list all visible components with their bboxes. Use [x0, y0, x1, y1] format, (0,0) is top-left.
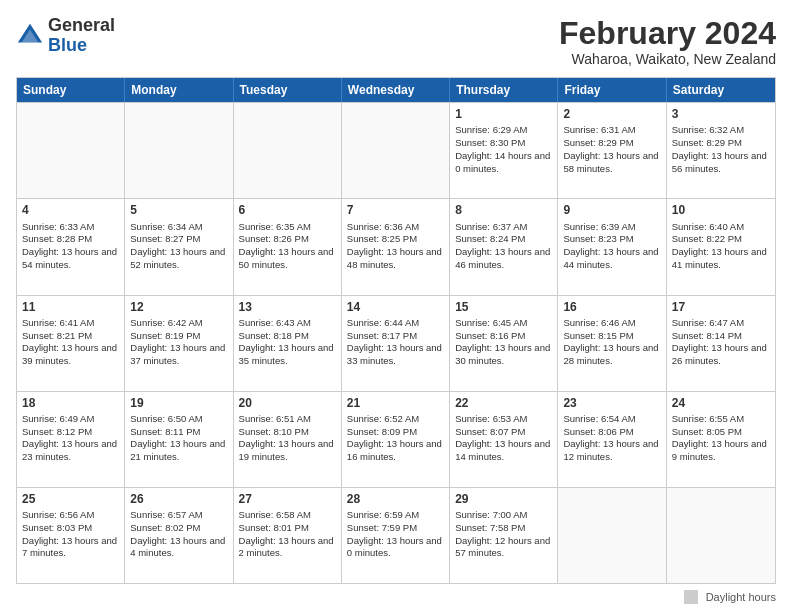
sunrise-text: Sunrise: 6:34 AM — [130, 221, 227, 234]
sunset-text: Sunset: 8:06 PM — [563, 426, 660, 439]
calendar-row: 1Sunrise: 6:29 AMSunset: 8:30 PMDaylight… — [17, 102, 775, 198]
calendar-cell — [667, 488, 775, 583]
daylight-text: Daylight: 13 hours and 52 minutes. — [130, 246, 227, 272]
calendar-cell — [17, 103, 125, 198]
day-number: 10 — [672, 202, 770, 218]
calendar-cell — [125, 103, 233, 198]
sunrise-text: Sunrise: 6:47 AM — [672, 317, 770, 330]
sunrise-text: Sunrise: 6:42 AM — [130, 317, 227, 330]
calendar-cell: 6Sunrise: 6:35 AMSunset: 8:26 PMDaylight… — [234, 199, 342, 294]
calendar-header-day: Tuesday — [234, 78, 342, 102]
daylight-text: Daylight: 13 hours and 46 minutes. — [455, 246, 552, 272]
sunrise-text: Sunrise: 6:45 AM — [455, 317, 552, 330]
daylight-text: Daylight: 13 hours and 58 minutes. — [563, 150, 660, 176]
sunset-text: Sunset: 8:15 PM — [563, 330, 660, 343]
day-number: 27 — [239, 491, 336, 507]
calendar-header-day: Friday — [558, 78, 666, 102]
logo-general: General — [48, 16, 115, 36]
day-number: 9 — [563, 202, 660, 218]
sunset-text: Sunset: 8:21 PM — [22, 330, 119, 343]
sunset-text: Sunset: 8:01 PM — [239, 522, 336, 535]
calendar-cell — [342, 103, 450, 198]
daylight-text: Daylight: 13 hours and 37 minutes. — [130, 342, 227, 368]
sunset-text: Sunset: 8:23 PM — [563, 233, 660, 246]
sunset-text: Sunset: 8:26 PM — [239, 233, 336, 246]
sunset-text: Sunset: 8:10 PM — [239, 426, 336, 439]
daylight-text: Daylight: 13 hours and 2 minutes. — [239, 535, 336, 561]
daylight-text: Daylight: 13 hours and 14 minutes. — [455, 438, 552, 464]
day-number: 1 — [455, 106, 552, 122]
day-number: 26 — [130, 491, 227, 507]
daylight-text: Daylight: 13 hours and 35 minutes. — [239, 342, 336, 368]
calendar-row: 25Sunrise: 6:56 AMSunset: 8:03 PMDayligh… — [17, 487, 775, 583]
sunset-text: Sunset: 7:59 PM — [347, 522, 444, 535]
day-number: 13 — [239, 299, 336, 315]
day-number: 4 — [22, 202, 119, 218]
daylight-text: Daylight: 13 hours and 28 minutes. — [563, 342, 660, 368]
sunrise-text: Sunrise: 6:44 AM — [347, 317, 444, 330]
day-number: 16 — [563, 299, 660, 315]
day-number: 15 — [455, 299, 552, 315]
sunset-text: Sunset: 8:03 PM — [22, 522, 119, 535]
daylight-text: Daylight: 13 hours and 33 minutes. — [347, 342, 444, 368]
calendar-cell: 19Sunrise: 6:50 AMSunset: 8:11 PMDayligh… — [125, 392, 233, 487]
sunrise-text: Sunrise: 6:36 AM — [347, 221, 444, 234]
day-number: 17 — [672, 299, 770, 315]
sunrise-text: Sunrise: 6:55 AM — [672, 413, 770, 426]
sunrise-text: Sunrise: 6:41 AM — [22, 317, 119, 330]
sunset-text: Sunset: 8:25 PM — [347, 233, 444, 246]
calendar-cell: 11Sunrise: 6:41 AMSunset: 8:21 PMDayligh… — [17, 296, 125, 391]
calendar-cell — [558, 488, 666, 583]
sunset-text: Sunset: 7:58 PM — [455, 522, 552, 535]
sunrise-text: Sunrise: 6:32 AM — [672, 124, 770, 137]
sunset-text: Sunset: 8:16 PM — [455, 330, 552, 343]
sunrise-text: Sunrise: 6:59 AM — [347, 509, 444, 522]
day-number: 23 — [563, 395, 660, 411]
calendar-cell: 27Sunrise: 6:58 AMSunset: 8:01 PMDayligh… — [234, 488, 342, 583]
calendar-cell: 25Sunrise: 6:56 AMSunset: 8:03 PMDayligh… — [17, 488, 125, 583]
sunrise-text: Sunrise: 7:00 AM — [455, 509, 552, 522]
calendar-cell: 15Sunrise: 6:45 AMSunset: 8:16 PMDayligh… — [450, 296, 558, 391]
daylight-text: Daylight: 13 hours and 30 minutes. — [455, 342, 552, 368]
daylight-text: Daylight: 13 hours and 48 minutes. — [347, 246, 444, 272]
sunrise-text: Sunrise: 6:53 AM — [455, 413, 552, 426]
calendar-cell: 10Sunrise: 6:40 AMSunset: 8:22 PMDayligh… — [667, 199, 775, 294]
legend: Daylight hours — [16, 590, 776, 604]
calendar-cell: 23Sunrise: 6:54 AMSunset: 8:06 PMDayligh… — [558, 392, 666, 487]
sunrise-text: Sunrise: 6:49 AM — [22, 413, 119, 426]
day-number: 8 — [455, 202, 552, 218]
daylight-text: Daylight: 13 hours and 50 minutes. — [239, 246, 336, 272]
calendar-header-day: Thursday — [450, 78, 558, 102]
day-number: 12 — [130, 299, 227, 315]
sunrise-text: Sunrise: 6:40 AM — [672, 221, 770, 234]
calendar-cell: 8Sunrise: 6:37 AMSunset: 8:24 PMDaylight… — [450, 199, 558, 294]
calendar-header-day: Saturday — [667, 78, 775, 102]
calendar-cell: 14Sunrise: 6:44 AMSunset: 8:17 PMDayligh… — [342, 296, 450, 391]
daylight-text: Daylight: 13 hours and 44 minutes. — [563, 246, 660, 272]
daylight-text: Daylight: 13 hours and 19 minutes. — [239, 438, 336, 464]
sunrise-text: Sunrise: 6:33 AM — [22, 221, 119, 234]
daylight-text: Daylight: 13 hours and 16 minutes. — [347, 438, 444, 464]
calendar-cell: 28Sunrise: 6:59 AMSunset: 7:59 PMDayligh… — [342, 488, 450, 583]
sunrise-text: Sunrise: 6:29 AM — [455, 124, 552, 137]
calendar-row: 18Sunrise: 6:49 AMSunset: 8:12 PMDayligh… — [17, 391, 775, 487]
logo-blue: Blue — [48, 36, 115, 56]
calendar-cell: 7Sunrise: 6:36 AMSunset: 8:25 PMDaylight… — [342, 199, 450, 294]
calendar-cell: 22Sunrise: 6:53 AMSunset: 8:07 PMDayligh… — [450, 392, 558, 487]
calendar-cell: 9Sunrise: 6:39 AMSunset: 8:23 PMDaylight… — [558, 199, 666, 294]
daylight-text: Daylight: 13 hours and 21 minutes. — [130, 438, 227, 464]
daylight-text: Daylight: 13 hours and 4 minutes. — [130, 535, 227, 561]
sunset-text: Sunset: 8:07 PM — [455, 426, 552, 439]
daylight-text: Daylight: 12 hours and 57 minutes. — [455, 535, 552, 561]
calendar-cell: 2Sunrise: 6:31 AMSunset: 8:29 PMDaylight… — [558, 103, 666, 198]
sunset-text: Sunset: 8:14 PM — [672, 330, 770, 343]
month-year-title: February 2024 — [559, 16, 776, 51]
daylight-text: Daylight: 13 hours and 23 minutes. — [22, 438, 119, 464]
calendar-header-day: Wednesday — [342, 78, 450, 102]
daylight-text: Daylight: 13 hours and 54 minutes. — [22, 246, 119, 272]
calendar-body: 1Sunrise: 6:29 AMSunset: 8:30 PMDaylight… — [17, 102, 775, 583]
calendar-cell — [234, 103, 342, 198]
sunset-text: Sunset: 8:18 PM — [239, 330, 336, 343]
day-number: 24 — [672, 395, 770, 411]
day-number: 20 — [239, 395, 336, 411]
